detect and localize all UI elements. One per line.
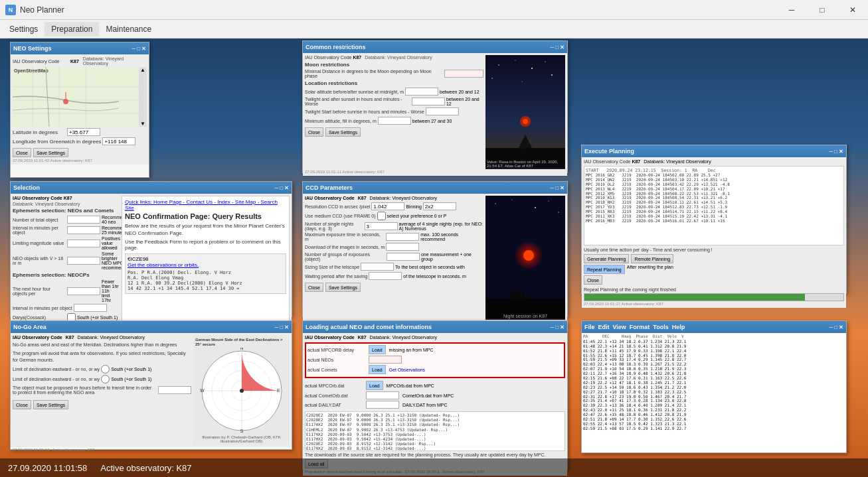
ccd-binning-input[interactable] [423, 202, 456, 210]
table-min[interactable]: ─ [829, 324, 833, 330]
cr-twi1-label: Twilight and after sunset in hours and m… [305, 97, 410, 106]
nogo-titlebar: No-Go Area ─ □ ✕ [11, 321, 292, 333]
ccd-save-btn[interactable]: Save Settings [325, 283, 361, 292]
nogo-save-btn[interactable]: Save Settings [33, 400, 68, 409]
ln-neos-input[interactable] [369, 356, 402, 364]
ccd-wait-label: Waiting period after the saving [305, 274, 367, 279]
nogo-close[interactable]: ✕ [284, 324, 289, 330]
cr-close-btn[interactable]: Close [305, 127, 323, 137]
app-title: Neo Planner [20, 5, 64, 15]
cr-max[interactable]: □ [555, 44, 559, 50]
cr-close[interactable]: ✕ [560, 44, 564, 50]
ep-remote-btn[interactable]: Remote Planning [631, 254, 673, 263]
ep-close[interactable]: ✕ [839, 149, 843, 155]
lim-w-opt1: South (+or South 1) [111, 367, 151, 372]
minimize-button[interactable]: ─ [776, 0, 807, 20]
ccd-close[interactable]: ✕ [560, 185, 564, 191]
cr-min[interactable]: ─ [550, 44, 554, 50]
ln-min[interactable]: ─ [550, 324, 554, 330]
num-objects-input[interactable] [67, 216, 100, 224]
cr-save-btn[interactable]: Save Settings [325, 127, 361, 137]
ccd-res-label: Resolution CCD in arcsec /pixel [305, 204, 370, 209]
ln-mpcorbde-load[interactable]: Load [366, 381, 383, 390]
ep-min[interactable]: ─ [829, 149, 833, 155]
ccd-close-btn[interactable]: Close [305, 283, 323, 292]
nogo-min[interactable]: ─ [274, 324, 278, 330]
svg-point-25 [548, 200, 549, 201]
ccd-nights-note: average of 4 single nights (exp. for NEO… [399, 222, 483, 231]
map-scrollbar[interactable]: ▲ ▼ [139, 67, 147, 127]
ccd-size-input[interactable] [361, 263, 394, 271]
ln-max[interactable]: □ [555, 324, 559, 330]
twi2-input[interactable] [426, 107, 459, 115]
lim-e-radio1[interactable] [101, 375, 110, 383]
map-scroll-up[interactable]: ▲ [140, 67, 145, 73]
ccd-res-input[interactable] [371, 202, 404, 210]
table-max[interactable]: □ [834, 324, 837, 330]
svg-point-14 [551, 74, 553, 76]
map-scroll-down[interactable]: ▼ [140, 121, 145, 127]
common-restrictions-window: Common restrictions ─ □ ✕ IAU Observator… [302, 40, 568, 173]
speed-input[interactable] [67, 287, 100, 295]
ln-mpcorb-load[interactable]: Load [369, 345, 386, 354]
twi1-input[interactable] [412, 98, 445, 105]
alt-input[interactable] [405, 88, 438, 96]
mag-input[interactable] [67, 239, 100, 247]
sel-feedback: Use the Feedback Form to report a proble… [125, 239, 286, 251]
lat-input[interactable] [67, 128, 100, 136]
ccd-exp-input[interactable] [386, 233, 419, 241]
svg-point-23 [512, 200, 513, 200]
neo-settings-minimize[interactable]: ─ [131, 46, 135, 52]
ccd-max[interactable]: □ [555, 185, 559, 191]
sel-min[interactable]: ─ [274, 185, 278, 191]
neo-settings-maximize[interactable]: □ [137, 46, 140, 52]
close-button[interactable]: ✕ [837, 0, 868, 20]
ep-max[interactable]: □ [834, 149, 837, 155]
menu-maintenance[interactable]: Maintenance [99, 22, 158, 36]
ln-daily-label: actual DAILY.DAT [305, 403, 365, 407]
advance-input[interactable] [158, 386, 191, 394]
ccd-med-label: Use medium CCD (use FRAME 0) [305, 214, 376, 218]
lim-w-radio1[interactable] [101, 365, 110, 374]
lon-input[interactable] [102, 137, 135, 145]
nogo-lim-w-label: Limit of declination eastward - or no, o… [13, 367, 100, 372]
sel-max[interactable]: □ [280, 185, 283, 191]
menu-preparation[interactable]: Preparation [44, 22, 99, 36]
altmin-input[interactable] [378, 117, 411, 125]
cr-moon-header: Moon restrictions [305, 62, 483, 68]
ccd-wait-input[interactable] [369, 272, 402, 280]
ep-generate-btn[interactable]: Generate Planning [584, 254, 629, 263]
interval-input[interactable] [67, 226, 100, 234]
sel-close[interactable]: ✕ [284, 185, 289, 191]
ln-mpcorbde-label: actual MPCOrb.dat [305, 383, 365, 388]
table-close[interactable]: ✕ [839, 324, 843, 330]
ep-db-label: Databank: Vineyard Observatory [644, 159, 711, 164]
table-title: File Edit View Format Tools Help [584, 324, 827, 330]
ln-obs-label: IAU Observatory Code [305, 335, 355, 340]
ccd-groups-input[interactable] [387, 253, 420, 261]
ccd-dl-input[interactable] [386, 243, 419, 251]
neo-v-input[interactable] [67, 257, 100, 265]
moon-dist-input[interactable] [444, 70, 483, 78]
neo-settings-close[interactable]: ✕ [141, 46, 146, 52]
ep-repeat-btn[interactable]: Repeat Planning [584, 265, 625, 274]
save-btn-neo[interactable]: Save Settings [33, 148, 68, 157]
ep-close-btn[interactable]: Close [584, 275, 602, 285]
med-ccd-checkbox[interactable] [377, 212, 386, 220]
ccd-nights-input[interactable] [365, 222, 398, 230]
close-btn-neo[interactable]: Close [13, 148, 31, 157]
ln-neos-label: actual NEOs [307, 358, 367, 362]
svg-point-26 [558, 212, 559, 213]
sel-table-data: Pos. P R.A.(2000) Decl. Elong. V Horz R.… [128, 270, 284, 291]
ccd-min[interactable]: ─ [550, 185, 554, 191]
interval2-input[interactable] [74, 304, 107, 312]
ln-daily-input[interactable] [366, 401, 399, 409]
nogo-max[interactable]: □ [280, 324, 283, 330]
maximize-button[interactable]: □ [807, 0, 837, 20]
lim-e-opt1: South (+or South 1) [111, 377, 151, 381]
nogo-close-btn[interactable]: Close [13, 400, 31, 409]
ln-close[interactable]: ✕ [560, 324, 564, 330]
ln-cometorb-input[interactable] [366, 391, 399, 399]
ln-comets-load[interactable]: Load [369, 365, 386, 374]
menu-settings[interactable]: Settings [3, 22, 44, 36]
